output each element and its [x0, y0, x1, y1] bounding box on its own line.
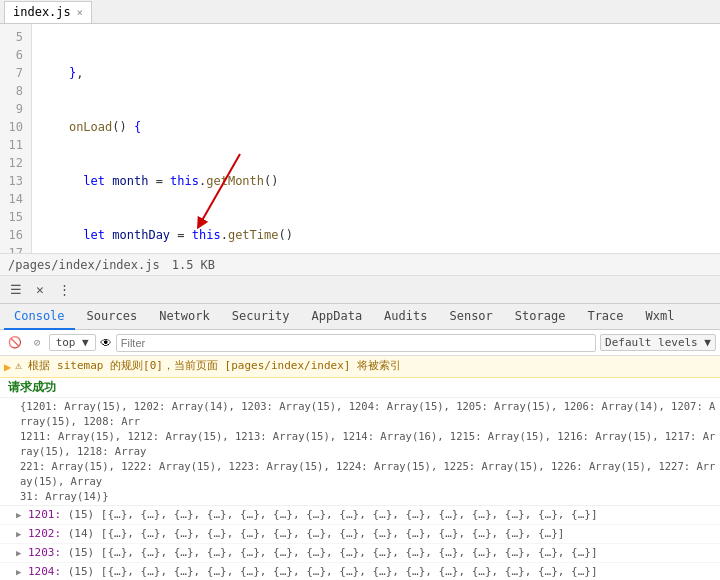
- list-item[interactable]: ▶ 1201: (15) [{…}, {…}, {…}, {…}, {…}, {…: [0, 506, 720, 525]
- console-warning: ▶ ⚠ 根据 sitemap 的规则[0]，当前页面 [pages/index/…: [0, 356, 720, 378]
- success-label: 请求成功: [8, 380, 56, 394]
- code-line-6: onLoad() {: [40, 118, 712, 136]
- list-item[interactable]: ▶ 1202: (14) [{…}, {…}, {…}, {…}, {…}, {…: [0, 525, 720, 544]
- filter-input[interactable]: [116, 334, 596, 352]
- tab-network[interactable]: Network: [149, 304, 220, 330]
- tab-console[interactable]: Console: [4, 304, 75, 330]
- stop-icon[interactable]: ⊘: [30, 334, 45, 351]
- log-line-2: 1211: Array(15), 1212: Array(15), 1213: …: [20, 430, 715, 457]
- console-output: ▶ ⚠ 根据 sitemap 的规则[0]，当前页面 [pages/index/…: [0, 356, 720, 580]
- tab-sensor[interactable]: Sensor: [439, 304, 502, 330]
- log-line-3: 221: Array(15), 1222: Array(15), 1223: A…: [20, 460, 715, 487]
- tab-trace[interactable]: Trace: [577, 304, 633, 330]
- tab-filename: index.js: [13, 5, 71, 19]
- code-line-7: let month = this.getMonth(): [40, 172, 712, 190]
- tab-sources[interactable]: Sources: [77, 304, 148, 330]
- tab-audits[interactable]: Audits: [374, 304, 437, 330]
- code-line-8: let monthDay = this.getTime(): [40, 226, 712, 244]
- log-line-4: 31: Array(14)}: [20, 490, 109, 502]
- tab-storage[interactable]: Storage: [505, 304, 576, 330]
- console-filter-bar: 🚫 ⊘ top ▼ 👁 Default levels ▼: [0, 330, 720, 356]
- expand-arrow-icon: ▶: [16, 564, 26, 580]
- default-levels-dropdown[interactable]: Default levels ▼: [600, 334, 716, 351]
- devtools-more-icon[interactable]: ⋮: [52, 278, 76, 302]
- console-success-block: 请求成功: [0, 378, 720, 398]
- tab-bar: index.js ×: [0, 0, 720, 24]
- expand-arrow-icon: ▶: [16, 526, 26, 542]
- file-info-bar: /pages/index/index.js 1.5 KB: [0, 254, 720, 276]
- expand-arrow-icon: ▶: [16, 507, 26, 523]
- top-selector-label: top ▼: [49, 334, 96, 351]
- eye-icon[interactable]: 👁: [100, 336, 112, 350]
- tab-wxml[interactable]: Wxml: [636, 304, 685, 330]
- expand-arrow-icon: ▶: [16, 545, 26, 561]
- default-levels-label: Default levels ▼: [605, 336, 711, 349]
- tab-close-icon[interactable]: ×: [77, 7, 83, 18]
- console-array-log: {1201: Array(15), 1202: Array(14), 1203:…: [0, 398, 720, 506]
- devtools-tabs: Console Sources Network Security AppData…: [0, 304, 720, 330]
- devtools-close-icon[interactable]: ✕: [28, 278, 52, 302]
- warning-icon: ▶: [4, 359, 11, 375]
- code-editor-wrapper: 5 6 7 8 9 10 11 12 13 14 15 16 17 }, onL…: [0, 24, 720, 254]
- code-line-5: },: [40, 64, 712, 82]
- list-item[interactable]: ▶ 1204: (15) [{…}, {…}, {…}, {…}, {…}, {…: [0, 563, 720, 580]
- tab-appdata[interactable]: AppData: [302, 304, 373, 330]
- tab-security[interactable]: Security: [222, 304, 300, 330]
- code-content: }, onLoad() { let month = this.getMonth(…: [32, 24, 720, 253]
- code-editor: 5 6 7 8 9 10 11 12 13 14 15 16 17 }, onL…: [0, 24, 720, 254]
- array-list: ▶ 1201: (15) [{…}, {…}, {…}, {…}, {…}, {…: [0, 506, 720, 580]
- clear-console-icon[interactable]: 🚫: [4, 334, 26, 351]
- file-tab[interactable]: index.js ×: [4, 1, 92, 23]
- list-item[interactable]: ▶ 1203: (15) [{…}, {…}, {…}, {…}, {…}, {…: [0, 544, 720, 563]
- file-path: /pages/index/index.js: [8, 258, 160, 272]
- devtools-menu-icon[interactable]: ☰: [4, 278, 28, 302]
- devtools-toolbar: ☰ ✕ ⋮: [0, 276, 720, 304]
- line-numbers: 5 6 7 8 9 10 11 12 13 14 15 16 17: [0, 24, 32, 253]
- warning-text: ⚠ 根据 sitemap 的规则[0]，当前页面 [pages/index/in…: [15, 358, 401, 374]
- log-line-1: {1201: Array(15), 1202: Array(14), 1203:…: [20, 400, 715, 427]
- file-size: 1.5 KB: [172, 258, 215, 272]
